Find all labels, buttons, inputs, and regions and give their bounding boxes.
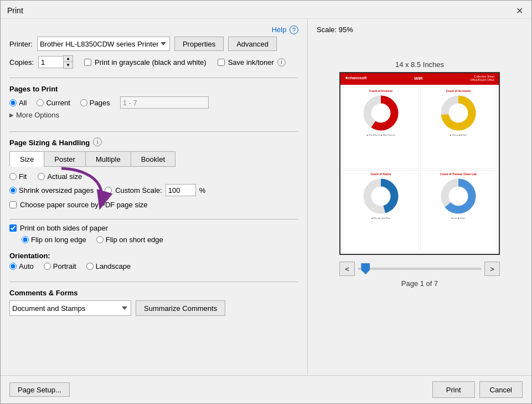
pages-radio[interactable] [80, 99, 87, 106]
ink-info-icon[interactable]: i [277, 58, 286, 67]
flip-short-label: Flip on short edge [106, 236, 163, 244]
ink-row: Save ink/toner i [218, 58, 286, 67]
print-button[interactable]: Print [432, 381, 475, 398]
both-sides-checkbox[interactable] [9, 224, 17, 232]
pages-radio-row: All Current Pages [9, 96, 298, 109]
preview-header: ★chanosoft WIR Collection SheetOffice/Re… [340, 73, 499, 83]
ink-label: Save ink/toner [228, 58, 274, 67]
sizing-tabs: Size Poster Multiple Booklet [9, 151, 298, 167]
preview-size-label: 14 x 8.5 Inches [395, 60, 444, 69]
current-radio[interactable] [37, 99, 44, 106]
copies-options-row: Copies: 1 ▲ ▼ Print in grayscale (black … [9, 55, 298, 69]
tab-multiple[interactable]: Multiple [85, 151, 131, 167]
chart3-donut [361, 177, 400, 216]
copies-down-button[interactable]: ▼ [64, 62, 73, 68]
flip-short-radio[interactable] [96, 236, 104, 243]
advanced-button[interactable]: Advanced [228, 37, 277, 51]
page-slider-thumb[interactable] [361, 263, 370, 274]
more-options-row[interactable]: ▶ More Options [9, 111, 298, 119]
choose-paper-label: Choose paper source by PDF page size [20, 201, 148, 209]
tab-booklet[interactable]: Booklet [131, 151, 175, 167]
custom-scale-radio[interactable] [105, 187, 112, 194]
pages-range-input[interactable] [120, 96, 209, 109]
more-options-label: More Options [16, 111, 59, 119]
page-sizing-info-icon[interactable]: i [93, 137, 102, 146]
orientation-title: Orientation: [9, 252, 50, 260]
page-info: Page 1 of 7 [401, 279, 438, 288]
both-sides-label: Print on both sides of paper [20, 224, 108, 232]
summarize-button[interactable]: Summarize Comments [136, 300, 225, 316]
landscape-label: Landscape [96, 262, 131, 270]
copies-up-button[interactable]: ▲ [64, 56, 73, 62]
actual-radio-item: Actual size [38, 172, 82, 181]
portrait-label: Portrait [53, 262, 76, 270]
shrink-radio[interactable] [9, 187, 17, 194]
preview-right: Collection SheetOffice/Report Office [470, 75, 494, 81]
chart1-legend: ■ Sub-Branch ■ Main Branch [366, 134, 395, 136]
fit-label: Fit [19, 172, 27, 181]
page-sizing-header: Page Sizing & Handling i [9, 136, 298, 147]
chart2-donut [439, 94, 478, 132]
copies-input-wrap: 1 ▲ ▼ [38, 55, 73, 69]
properties-button[interactable]: Properties [174, 37, 224, 51]
pages-to-print-section: Pages to Print All Current Pages [9, 83, 298, 124]
flip-long-radio[interactable] [22, 236, 29, 243]
landscape-radio[interactable] [86, 263, 94, 270]
bottom-right: Print Cancel [432, 381, 523, 398]
auto-radio-item: Auto [9, 262, 34, 270]
portrait-radio[interactable] [44, 263, 51, 270]
all-label: All [19, 99, 27, 107]
chart1-title: Count of Invoices [369, 89, 392, 93]
copies-row: Copies: 1 ▲ ▼ [9, 55, 73, 69]
page-setup-button[interactable]: Page Setup... [9, 382, 70, 397]
fit-radio-item: Fit [9, 172, 27, 181]
custom-scale-input[interactable] [166, 184, 196, 196]
pages-radio-item: Pages [80, 99, 110, 107]
print-dialog: Print ✕ Help ? Printer: Brother HL-L8350… [0, 0, 532, 404]
chart1-donut [361, 94, 400, 132]
help-link[interactable]: Help ? [272, 25, 298, 34]
right-panel: Scale: 95% 14 x 8.5 Inches ★chanosoft WI… [308, 19, 531, 375]
preview-chart-1: Count of Invoices ■ Sub-Branch ■ Main Br… [343, 87, 419, 169]
current-label: Current [46, 99, 70, 107]
pages-label: Pages [90, 99, 110, 107]
shrink-radio-item: Shrink oversized pages [9, 186, 94, 195]
ink-checkbox[interactable] [218, 59, 225, 66]
fit-radio[interactable] [9, 173, 17, 180]
printer-label: Printer: [9, 40, 33, 48]
both-sides-section: Print on both sides of paper Flip on lon… [9, 224, 298, 246]
custom-scale-item: Custom Scale: % [105, 184, 205, 196]
flip-short-item: Flip on short edge [96, 236, 163, 244]
bottom-bar: Page Setup... Print Cancel [1, 375, 531, 403]
next-page-button[interactable]: > [484, 262, 500, 276]
chart2-legend: ■ Yellow ■ Amber [450, 134, 467, 136]
auto-radio[interactable] [9, 263, 17, 270]
choose-paper-checkbox[interactable] [9, 201, 17, 208]
preview-area: ★chanosoft WIR Collection SheetOffice/Re… [339, 72, 500, 255]
comments-section: Comments & Forms Document and Stamps Sum… [9, 287, 298, 316]
printer-select[interactable]: Brother HL-L8350CDW series Printer [37, 37, 170, 51]
dialog-body: Help ? Printer: Brother HL-L8350CDW seri… [1, 19, 531, 375]
comments-controls: Document and Stamps Summarize Comments [9, 300, 298, 316]
copies-spinner: ▲ ▼ [63, 55, 73, 69]
actual-size-radio[interactable] [38, 173, 45, 180]
copies-input[interactable]: 1 [38, 56, 63, 68]
chart2-title: Count of Accounts [446, 89, 471, 93]
orientation-row: Auto Portrait Landscape [9, 262, 298, 270]
prev-page-button[interactable]: < [339, 262, 355, 276]
svg-point-3 [374, 106, 388, 120]
preview-chart-4: Count of Transac Class Lab ■ Lab ■ Other [420, 170, 497, 252]
comments-select[interactable]: Document and Stamps [9, 300, 131, 316]
portrait-radio-item: Portrait [44, 262, 76, 270]
landscape-radio-item: Landscape [86, 262, 131, 270]
all-radio[interactable] [9, 99, 17, 106]
auto-label: Auto [19, 262, 34, 270]
close-button[interactable]: ✕ [514, 5, 525, 16]
tab-poster[interactable]: Poster [44, 151, 85, 167]
tab-size[interactable]: Size [9, 151, 44, 167]
sizing-options: Fit Actual size Shrink oversized pages [9, 172, 298, 196]
page-sizing-title: Page Sizing & Handling [9, 139, 90, 147]
cancel-button[interactable]: Cancel [479, 381, 523, 398]
grayscale-checkbox[interactable] [84, 59, 91, 66]
svg-point-12 [451, 189, 465, 203]
